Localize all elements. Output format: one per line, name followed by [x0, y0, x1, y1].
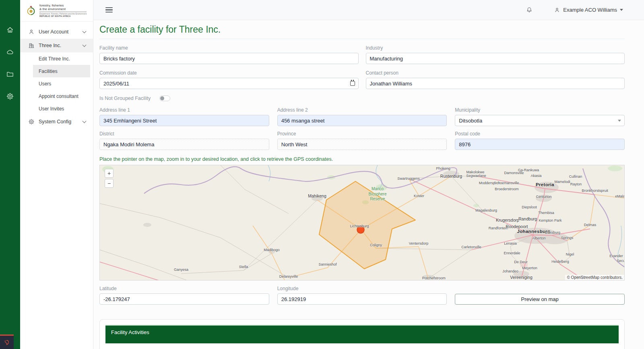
caret-down-icon [620, 9, 623, 12]
industry-label: Industry [366, 45, 625, 51]
map-zoom-in-button[interactable]: + [105, 169, 114, 178]
is-not-grouped-label: Is Not Grouped Facility [99, 96, 151, 101]
openstreetmap-link[interactable]: OpenStreetMap [571, 275, 600, 280]
province-input [277, 139, 447, 150]
debugbar-icon[interactable] [0, 334, 14, 349]
sidebar-item-edit-three-inc[interactable]: Edit Three Inc. [20, 52, 93, 65]
hamburger-menu-icon[interactable] [105, 7, 113, 13]
sidebar-item-appoint-consultant[interactable]: Appoint consultant [20, 90, 93, 102]
folder-icon[interactable] [6, 70, 14, 78]
facility-area-polygon [319, 181, 415, 269]
topbar: Example ACO Williams [93, 0, 644, 20]
sidebar-item-user-account[interactable]: User Account [20, 25, 93, 39]
province-label: Province [277, 131, 447, 137]
caret-down-icon [618, 120, 621, 123]
map-instruction-text: Place the pointer on the map, zoom in to… [99, 156, 625, 162]
address2-input[interactable] [277, 115, 447, 126]
sidebar-item-user-invites[interactable]: User Invites [20, 102, 93, 115]
sidebar-item-label: User Account [39, 29, 83, 35]
sidebar-item-users[interactable]: Users [20, 77, 93, 90]
sidebar-item-label: System Config [39, 119, 83, 125]
page-title: Create a facility for Three Inc. [99, 24, 625, 39]
address1-label: Address line 1 [99, 107, 269, 113]
facility-name-input[interactable] [99, 53, 359, 64]
address1-input[interactable] [99, 115, 269, 126]
notifications-bell-icon[interactable] [526, 6, 533, 14]
cloud-icon[interactable] [6, 48, 14, 56]
municipality-label: Municipality [455, 107, 625, 113]
sidebar-item-three-inc[interactable]: Three Inc. [20, 39, 93, 52]
latitude-label: Latitude [99, 286, 269, 291]
settings-icon[interactable] [6, 92, 14, 100]
logo-line2: & the environment [39, 7, 87, 12]
sidebar-item-label: Three Inc. [39, 43, 83, 48]
postal-code-input[interactable] [455, 139, 625, 150]
facility-location-marker [357, 226, 364, 233]
district-input [99, 139, 269, 150]
calendar-icon[interactable] [350, 81, 355, 86]
map-zoom-out-button[interactable]: − [105, 179, 114, 188]
main-content: Create a facility for Three Inc. Facilit… [93, 20, 644, 349]
longitude-input[interactable] [277, 293, 447, 305]
logo-line1: forestry, fisheries [39, 4, 87, 7]
contact-person-label: Contact person [366, 70, 625, 76]
user-name: Example ACO Williams [563, 7, 617, 13]
building-icon [28, 42, 35, 49]
user-menu[interactable]: Example ACO Williams [554, 7, 623, 13]
home-icon[interactable] [6, 26, 14, 34]
sidebar-item-system-config[interactable]: System Config [20, 115, 93, 129]
map-attribution: © OpenStreetMap contributors. [565, 275, 624, 280]
gear-icon [28, 118, 35, 125]
facility-activities-card: Facility Activities [99, 319, 625, 349]
gps-map[interactable]: PhokengRustenburgSwartruggensKosterMahik… [99, 165, 625, 280]
facility-name-label: Facility name [99, 45, 359, 51]
coat-of-arms-icon [25, 5, 37, 17]
chevron-down-icon [83, 29, 87, 33]
commission-date-label: Commission date [99, 70, 359, 76]
address2-label: Address line 2 [277, 107, 447, 113]
person-icon [554, 7, 560, 13]
person-icon [28, 29, 35, 35]
latitude-input[interactable] [99, 293, 269, 305]
app-rail [0, 0, 20, 349]
chevron-down-icon [83, 43, 87, 47]
chevron-down-icon [83, 119, 87, 123]
sidebar: forestry, fisheries & the environment De… [20, 0, 93, 349]
facility-activities-header: Facility Activities [105, 325, 619, 343]
longitude-label: Longitude [277, 286, 447, 291]
municipality-select[interactable]: Ditsobotla [455, 115, 625, 126]
department-logo: forestry, fisheries & the environment De… [20, 0, 93, 22]
is-not-grouped-toggle[interactable] [159, 96, 170, 101]
postal-code-label: Postal code [455, 131, 625, 137]
logo-line4: REPUBLIC OF SOUTH AFRICA [39, 15, 87, 18]
preview-on-map-button[interactable]: Preview on map [455, 294, 625, 305]
contact-person-input[interactable] [366, 78, 625, 89]
commission-date-input[interactable] [99, 78, 359, 89]
sidebar-item-facilities[interactable]: Facilities [33, 65, 90, 77]
map-canvas [100, 165, 625, 280]
district-label: District [99, 131, 269, 137]
industry-input[interactable] [366, 53, 625, 64]
